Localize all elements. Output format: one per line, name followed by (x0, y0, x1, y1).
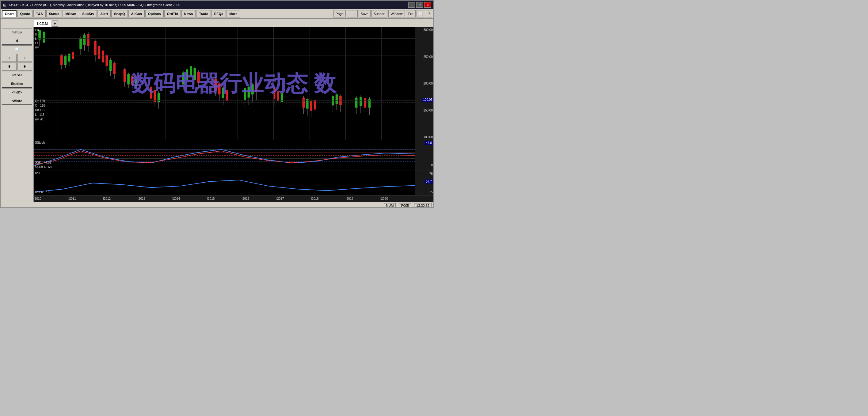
sidebar-studies-button[interactable]: Studies (2, 79, 32, 88)
sidebar-intd-button[interactable]: <IntD> (2, 88, 32, 96)
menu-btn-right-restore[interactable]: ⬜ (416, 10, 425, 18)
add-tab-button[interactable]: + (52, 21, 58, 27)
stoch-svg (34, 140, 415, 171)
rsi-panel[interactable]: RSI RSI = 57.65 75 25 57.7 (34, 171, 433, 195)
sidebar-charttype-button[interactable]: 📊 (2, 45, 32, 53)
close-button[interactable]: ✕ (424, 2, 431, 8)
svg-rect-13 (80, 38, 82, 49)
sidebar: Setup🖨📊↑↓✱✱ReSclStudies<IntD><Hist> (1, 27, 34, 202)
tabbar: KCE,M+ (1, 19, 433, 27)
price-200: 200.00 (423, 82, 433, 85)
svg-rect-69 (255, 83, 257, 92)
svg-rect-33 (127, 74, 130, 85)
svg-rect-31 (124, 69, 126, 82)
sidebar-row: ↑↓ (2, 54, 32, 62)
menu-btn-alert[interactable]: Alert (97, 10, 111, 18)
menu-btn-quote[interactable]: Quote (18, 10, 33, 18)
svg-rect-7 (64, 56, 67, 65)
rsi-y-75: 75 (429, 172, 433, 175)
price-100: 100.00 (423, 135, 433, 139)
menu-btn-status[interactable]: Status (46, 10, 62, 18)
menu-btn-right-nav[interactable]: ←→ (347, 10, 358, 18)
svg-rect-93 (360, 97, 362, 106)
svg-rect-19 (94, 41, 97, 55)
price-150: 150.00 (423, 109, 433, 112)
svg-rect-95 (364, 98, 366, 108)
svg-rect-9 (68, 54, 70, 62)
grid-v-7 (273, 27, 274, 140)
rsi-y-25: 25 (429, 191, 433, 194)
status-p005: P005 (399, 203, 411, 208)
sidebar-print-button[interactable]: 🖨 (2, 37, 32, 45)
menubar: ChartQuoteT&SStatusMScanSupSrvAlertSnapQ… (1, 9, 433, 19)
sidebar-row: ✱✱ (2, 63, 32, 70)
svg-rect-65 (248, 87, 250, 98)
ohlc-info: O= H= L= L= Δ= (35, 28, 39, 50)
svg-rect-41 (154, 90, 156, 102)
svg-rect-25 (105, 55, 108, 66)
sidebar-star1-button[interactable]: ✱ (2, 63, 17, 70)
menu-btn-supsrv[interactable]: SupSrv (80, 10, 97, 18)
menu-btn-right-help[interactable]: ? (426, 10, 432, 18)
menu-btn-rfqs[interactable]: RFQs (212, 10, 226, 18)
menu-btn-trade[interactable]: Trade (196, 10, 211, 18)
menu-btn-right-support[interactable]: Support (371, 10, 388, 18)
grid-h-3 (34, 78, 415, 78)
svg-rect-57 (218, 84, 221, 95)
restore-button[interactable]: □ (416, 2, 423, 8)
xaxis-label-2015: |2015 (207, 197, 215, 200)
menu-btn-snapq[interactable]: SnapQ (111, 10, 127, 18)
chart-xaxis: |2010|2011|2012|2013|2014|2015|2016|2017… (34, 195, 433, 202)
sidebar-hist-button[interactable]: <Hist> (2, 97, 32, 105)
xaxis-label-2013: |2013 (137, 197, 145, 200)
grid-v-1 (58, 27, 58, 140)
grid-v-8 (310, 27, 310, 140)
tab-KCE,M[interactable]: KCE,M (34, 20, 51, 27)
grid-h-2 (34, 55, 415, 56)
xaxis-label-2016: |2016 (242, 197, 249, 200)
svg-rect-85 (332, 96, 334, 106)
status-time: 13:30:52 (414, 203, 432, 208)
grid-v-3 (130, 27, 130, 140)
minimize-button[interactable]: ─ (408, 2, 415, 8)
y-axis-main: 300.00 250.00 200.00 150.00 100.00 (415, 27, 433, 140)
svg-rect-87 (336, 94, 338, 104)
svg-rect-21 (98, 46, 100, 59)
svg-rect-17 (87, 34, 90, 46)
grid-v-2 (94, 27, 94, 140)
svg-rect-61 (226, 90, 228, 101)
stoch-panel[interactable]: SStoch : SSK= 44.82 SSD= 40.68 (34, 140, 433, 171)
menu-btn-right-save[interactable]: Save (359, 10, 371, 18)
svg-rect-29 (113, 63, 116, 74)
xaxis-label-2018: |2018 (311, 197, 319, 200)
menu-btn-options[interactable]: Options (145, 10, 164, 18)
stoch-label: SStoch : (35, 141, 46, 144)
chart-container[interactable]: O= H= L= L= Δ= C= 120 O= 118 H= 121 L= 1… (34, 27, 433, 202)
svg-rect-5 (60, 55, 63, 65)
titlebar-title: 13:30:52 KCE - Coffee (ICE), Monthly Con… (8, 3, 180, 7)
grid-h-4 (34, 100, 415, 101)
menu-btn-right-window[interactable]: Window (388, 10, 405, 18)
menu-btn-mscan[interactable]: MScan (63, 10, 79, 18)
grid-h-1 (34, 38, 415, 39)
chart-main[interactable]: O= H= L= L= Δ= C= 120 O= 118 H= 121 L= 1… (34, 27, 433, 140)
menu-btn-news[interactable]: News (181, 10, 196, 18)
titlebar: ⊞ 13:30:52 KCE - Coffee (ICE), Monthly C… (1, 1, 433, 9)
menu-btn-ordtkt[interactable]: OrdTkt (164, 10, 181, 18)
menu-btn-chart[interactable]: Chart (2, 10, 17, 18)
sidebar-star2-button[interactable]: ✱ (18, 63, 32, 70)
titlebar-controls: ─ □ ✕ (408, 2, 431, 8)
menu-btn-right-page[interactable]: Page (334, 10, 346, 18)
xaxis-label-2012: |2012 (103, 197, 111, 200)
xaxis-label-2011: |2011 (68, 197, 76, 200)
sidebar-down-button[interactable]: ↓ (18, 54, 32, 62)
svg-rect-47 (186, 69, 188, 80)
sidebar-up-button[interactable]: ↑ (2, 54, 17, 62)
menu-btn-right-exit[interactable]: Exit (406, 10, 415, 18)
statusbar: NUM P005 13:30:52 (1, 202, 433, 208)
sidebar-rescl-button[interactable]: ReScl (2, 71, 32, 79)
menu-btn-more[interactable]: More (226, 10, 240, 18)
menu-btn-allcon[interactable]: AllCon (128, 10, 145, 18)
sidebar-setup-button[interactable]: Setup (2, 28, 32, 36)
menu-btn-ts[interactable]: T&S (33, 10, 46, 18)
